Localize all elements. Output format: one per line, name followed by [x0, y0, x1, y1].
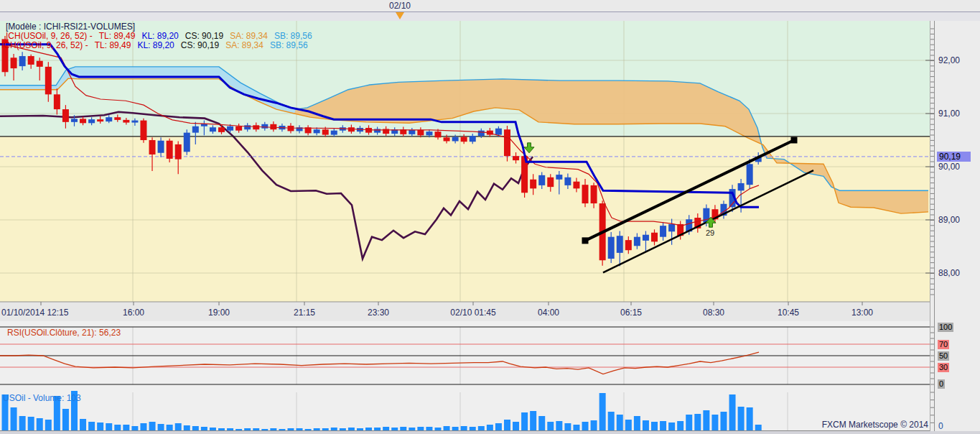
rsi-axis-label: 70: [938, 340, 949, 349]
rsi-axis-label: 30: [938, 363, 949, 372]
svg-text:29: 29: [706, 228, 714, 237]
chart-canvas[interactable]: 29: [0, 0, 980, 434]
chart-window: 29 02/10 [Modèle : ICHI-RSI21-VOLUMES] I…: [0, 0, 980, 434]
rsi-axis-label: 0: [938, 379, 945, 389]
current-price-badge: 90,19: [937, 152, 971, 162]
rsi-axis-label: 50: [938, 351, 949, 361]
rsi-axis-label: 100: [938, 323, 953, 332]
